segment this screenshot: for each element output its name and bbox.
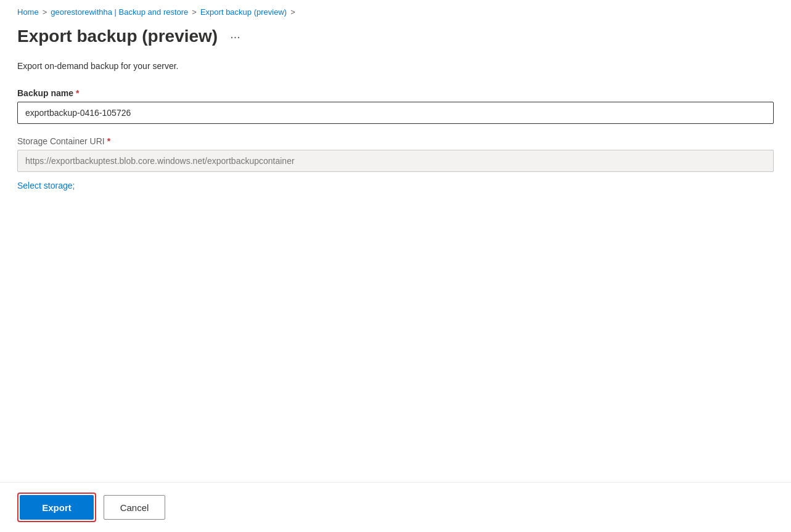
backup-name-input[interactable] — [17, 102, 774, 124]
storage-uri-required: * — [107, 136, 110, 146]
breadcrumb-sep-1: > — [43, 7, 47, 17]
storage-uri-group: Storage Container URI * Select storage; — [17, 136, 774, 190]
page-container: Home > georestorewithha | Backup and res… — [0, 0, 791, 532]
select-storage-row: Select storage; — [17, 177, 774, 190]
page-description: Export on-demand backup for your server. — [17, 61, 774, 71]
page-title: Export backup (preview) — [17, 27, 218, 46]
storage-uri-input[interactable] — [17, 150, 774, 172]
backup-name-required: * — [76, 88, 79, 98]
breadcrumb-resource[interactable]: georestorewithha | Backup and restore — [51, 7, 188, 17]
export-button[interactable]: Export — [20, 495, 94, 520]
storage-uri-label: Storage Container URI * — [17, 136, 774, 146]
breadcrumb: Home > georestorewithha | Backup and res… — [0, 0, 791, 22]
cancel-button[interactable]: Cancel — [104, 495, 165, 520]
backup-name-group: Backup name * — [17, 88, 774, 124]
export-button-wrapper: Export — [17, 493, 96, 522]
form-spacer — [17, 203, 774, 465]
form-section: Backup name * Storage Container URI * Se… — [17, 88, 774, 465]
backup-name-label: Backup name * — [17, 88, 774, 98]
select-storage-link[interactable]: Select storage; — [17, 181, 75, 190]
breadcrumb-sep-2: > — [192, 7, 197, 17]
main-content: Export backup (preview) ··· Export on-de… — [0, 22, 791, 482]
title-row: Export backup (preview) ··· — [17, 27, 774, 46]
more-options-button[interactable]: ··· — [225, 27, 245, 46]
breadcrumb-home[interactable]: Home — [17, 7, 39, 17]
breadcrumb-current: Export backup (preview) — [200, 7, 287, 17]
breadcrumb-sep-3: > — [290, 7, 295, 17]
footer-bar: Export Cancel — [0, 482, 791, 532]
